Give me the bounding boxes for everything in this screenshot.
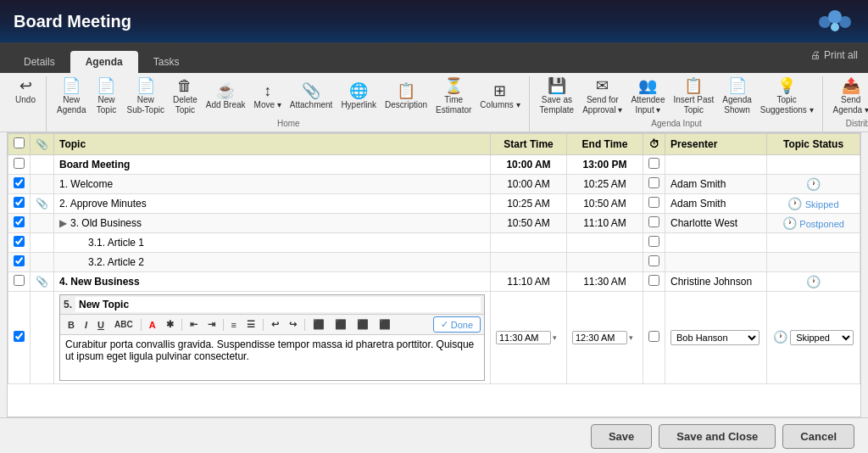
tab-agenda[interactable]: Agenda bbox=[70, 51, 138, 73]
insert-past-topic-button[interactable]: 📋 Insert PastTopic bbox=[670, 76, 717, 117]
print-all-button[interactable]: 🖨 Print all bbox=[810, 49, 858, 61]
end-time-dropdown[interactable]: ▾ bbox=[629, 333, 633, 342]
new-subtopic-button[interactable]: 📄 NewSub-Topic bbox=[123, 76, 167, 117]
attendee-input-button[interactable]: 👥 AttendeeInput ▾ bbox=[627, 76, 668, 117]
row-topic-editing: 5. B I U ABC A ✱ ⇤ bbox=[54, 292, 491, 384]
outdent-button[interactable]: ⇤ bbox=[186, 317, 202, 332]
row-start bbox=[491, 233, 567, 253]
redo-text-button[interactable]: ↪ bbox=[285, 317, 301, 332]
row-timer[interactable] bbox=[643, 214, 665, 233]
underline-button[interactable]: U bbox=[93, 318, 108, 332]
rich-text-toolbar: B I U ABC A ✱ ⇤ ⇥ ≡ ☰ bbox=[60, 315, 484, 335]
save-button[interactable]: Save bbox=[591, 424, 652, 449]
delete-topic-button[interactable]: 🗑 DeleteTopic bbox=[170, 76, 201, 117]
row-check[interactable] bbox=[8, 214, 31, 233]
col-header-presenter: Presenter bbox=[665, 134, 767, 155]
row-attach bbox=[31, 155, 54, 175]
agenda-shown-button[interactable]: 📄 AgendaShown bbox=[719, 76, 754, 117]
tab-tasks[interactable]: Tasks bbox=[138, 51, 195, 73]
row-timer-editing[interactable] bbox=[643, 292, 665, 384]
svg-point-3 bbox=[831, 23, 839, 31]
row-check[interactable] bbox=[8, 292, 31, 384]
start-time-dropdown[interactable]: ▾ bbox=[553, 333, 557, 342]
send-agenda-icon: 📤 bbox=[842, 78, 860, 93]
send-agenda-button[interactable]: 📤 SendAgenda ▾ bbox=[830, 76, 868, 117]
row-attach: 📎 bbox=[31, 194, 54, 214]
svg-point-2 bbox=[839, 16, 851, 28]
col-header-timer: ⏱ bbox=[643, 134, 665, 155]
row-timer[interactable] bbox=[643, 253, 665, 272]
topic-suggestions-icon: 💡 bbox=[777, 78, 796, 93]
description-button[interactable]: 📋 Description bbox=[381, 81, 431, 112]
insert-past-icon: 📋 bbox=[684, 78, 703, 93]
undo-text-button[interactable]: ↩ bbox=[267, 317, 283, 332]
start-time-input[interactable] bbox=[496, 331, 551, 344]
numbered-list-button[interactable]: ☰ bbox=[242, 317, 259, 332]
row-check[interactable] bbox=[8, 155, 31, 175]
align-left-button[interactable]: ⬛ bbox=[309, 317, 329, 332]
row-check[interactable] bbox=[8, 194, 31, 214]
row-check[interactable] bbox=[8, 233, 31, 253]
row-start bbox=[491, 253, 567, 272]
send-for-approval-button[interactable]: ✉ Send forApproval ▾ bbox=[579, 76, 626, 117]
toolbar-group-distribution: 📤 SendAgenda ▾ 📕 PDF Distribution bbox=[825, 76, 868, 131]
attachment-button[interactable]: 📎 Attachment bbox=[287, 81, 337, 112]
footer-bar: Save Save and Close Cancel bbox=[0, 417, 868, 453]
save-as-template-button[interactable]: 💾 Save asTemplate bbox=[537, 76, 578, 117]
agenda-table: 📎 Topic Start Time End Time ⏱ Presenter … bbox=[8, 133, 860, 384]
presenter-select[interactable]: Bob Hanson bbox=[670, 330, 760, 345]
toolbar-separator bbox=[141, 319, 142, 331]
time-estimator-icon: ⏳ bbox=[444, 78, 463, 93]
bold-button[interactable]: B bbox=[64, 318, 79, 332]
row-check[interactable] bbox=[8, 272, 31, 292]
tab-details[interactable]: Details bbox=[8, 51, 70, 73]
topic-suggestions-button[interactable]: 💡 TopicSuggestions ▾ bbox=[757, 76, 817, 117]
row-status: 🕐 bbox=[767, 272, 860, 292]
new-agenda-button[interactable]: 📄 NewAgenda bbox=[53, 76, 89, 117]
status-select[interactable]: Skipped Postponed Done bbox=[790, 330, 854, 345]
abc-button[interactable]: ABC bbox=[110, 318, 137, 331]
undo-button[interactable]: ↩ Undo bbox=[10, 76, 41, 107]
row-timer[interactable] bbox=[643, 155, 665, 175]
row-attach bbox=[31, 175, 54, 194]
move-button[interactable]: ↕ Move ▾ bbox=[251, 81, 285, 112]
time-estimator-button[interactable]: ⏳ TimeEstimator bbox=[432, 76, 475, 117]
bullet-list-button[interactable]: ≡ bbox=[227, 318, 241, 332]
row-check[interactable] bbox=[8, 253, 31, 272]
font-color-button[interactable]: A bbox=[145, 318, 160, 332]
highlight-button[interactable]: ✱ bbox=[162, 317, 178, 332]
select-all-checkbox[interactable] bbox=[14, 137, 25, 148]
done-button[interactable]: ✓ Done bbox=[433, 316, 481, 333]
add-break-button[interactable]: ☕ Add Break bbox=[203, 81, 249, 112]
italic-button[interactable]: I bbox=[81, 318, 92, 332]
row-start: 10:00 AM bbox=[491, 155, 567, 175]
row-timer[interactable] bbox=[643, 272, 665, 292]
indent-button[interactable]: ⇥ bbox=[203, 317, 220, 332]
table-row: 📎 2. Approve Minutes 10:25 AM 10:50 AM A… bbox=[8, 194, 860, 214]
save-and-close-button[interactable]: Save and Close bbox=[659, 424, 776, 449]
row-status: 🕐 bbox=[767, 175, 860, 194]
new-topic-button[interactable]: 📄 NewTopic bbox=[91, 76, 121, 117]
columns-button[interactable]: ⊞ Columns ▾ bbox=[476, 81, 523, 112]
row-timer[interactable] bbox=[643, 194, 665, 214]
print-icon: 🖨 bbox=[810, 49, 821, 61]
row-timer[interactable] bbox=[643, 175, 665, 194]
align-center-button[interactable]: ⬛ bbox=[331, 317, 351, 332]
topic-content-textarea[interactable]: Curabitur porta convallis gravida. Suspe… bbox=[60, 335, 484, 378]
row-end: 10:25 AM bbox=[567, 175, 643, 194]
align-right-button[interactable]: ⬛ bbox=[353, 317, 373, 332]
row-end bbox=[567, 253, 643, 272]
row-check[interactable] bbox=[8, 175, 31, 194]
end-time-input[interactable] bbox=[572, 331, 627, 344]
topic-name-input[interactable] bbox=[75, 297, 481, 312]
table-row: ▶3. Old Business 10:50 AM 11:10 AM Charl… bbox=[8, 214, 860, 233]
row-timer[interactable] bbox=[643, 233, 665, 253]
row-end: 13:00 PM bbox=[567, 155, 643, 175]
justify-button[interactable]: ⬛ bbox=[375, 317, 395, 332]
row-status: 🕐 Skipped bbox=[767, 194, 860, 214]
undo-icon: ↩ bbox=[19, 78, 32, 93]
cancel-button[interactable]: Cancel bbox=[782, 424, 854, 449]
table-row: 3.2. Article 2 bbox=[8, 253, 860, 272]
hyperlink-button[interactable]: 🌐 Hyperlink bbox=[337, 81, 380, 112]
row-presenter bbox=[665, 253, 767, 272]
